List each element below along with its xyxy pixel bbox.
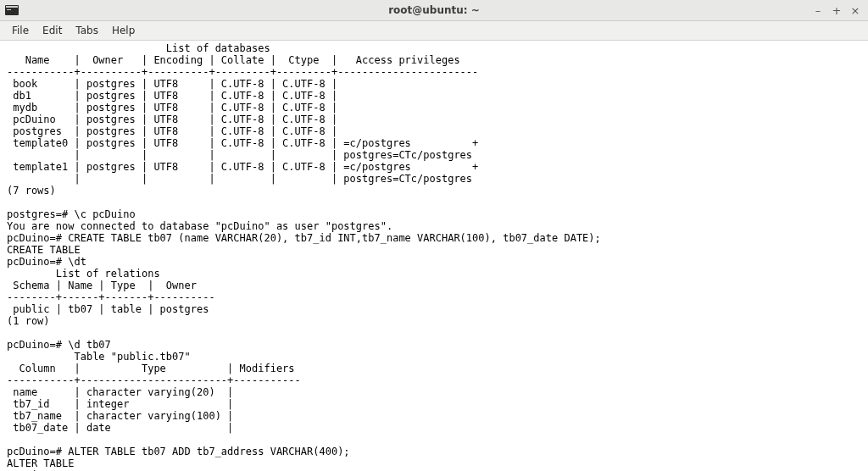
menu-help[interactable]: Help xyxy=(105,23,142,38)
svg-rect-2 xyxy=(7,9,11,10)
menu-edit[interactable]: Edit xyxy=(36,23,69,38)
db-rowcount: (7 rows) xyxy=(7,185,56,197)
db-row: pcDuino | postgres | UTF8 | C.UTF-8 | C.… xyxy=(7,114,343,125)
terminal-app-icon xyxy=(5,3,19,17)
terminal-window: root@ubuntu: ~ – + × File Edit Tabs Help… xyxy=(0,0,868,471)
terminal-output[interactable]: List of databases Name | Owner | Encodin… xyxy=(0,41,868,471)
desc-heading: Table "public.tb07" xyxy=(7,351,191,363)
rel-sep: --------+------+-------+---------- xyxy=(7,291,215,303)
psql-create-resp: CREATE TABLE xyxy=(7,244,81,256)
rel-header: Schema | Name | Type | Owner xyxy=(7,280,215,291)
window-controls: – + × xyxy=(812,4,868,17)
db-row: mydb | postgres | UTF8 | C.UTF-8 | C.UTF… xyxy=(7,102,343,114)
db-row: template1 | postgres | UTF8 | C.UTF-8 | … xyxy=(7,161,478,173)
db-row: | | | | | postgres=CTc/postgres xyxy=(7,149,472,161)
db-row: template0 | postgres | UTF8 | C.UTF-8 | … xyxy=(7,137,478,149)
menubar: File Edit Tabs Help xyxy=(0,21,868,41)
psql-cmd-describe: pcDuino=# \d tb07 xyxy=(7,339,111,351)
desc-row: tb07_date | date | xyxy=(7,422,240,434)
close-button[interactable]: × xyxy=(849,4,861,17)
titlebar: root@ubuntu: ~ – + × xyxy=(0,0,868,21)
window-title: root@ubuntu: ~ xyxy=(0,4,868,16)
svg-rect-1 xyxy=(6,6,18,8)
db-list-heading-text: List of databases xyxy=(166,42,270,54)
menu-tabs[interactable]: Tabs xyxy=(69,23,105,38)
menu-file[interactable]: File xyxy=(5,23,36,38)
psql-connect-msg: You are now connected to database "pcDui… xyxy=(7,220,392,232)
desc-row: tb7_name | character varying(100) | xyxy=(7,410,240,422)
db-row: postgres | postgres | UTF8 | C.UTF-8 | C… xyxy=(7,125,343,137)
minimize-button[interactable]: – xyxy=(812,4,824,17)
db-row: book | postgres | UTF8 | C.UTF-8 | C.UTF… xyxy=(7,78,343,90)
rel-rowcount: (1 row) xyxy=(7,315,50,327)
maximize-button[interactable]: + xyxy=(831,4,843,17)
db-list-header: Name | Owner | Encoding | Collate | Ctyp… xyxy=(7,54,478,66)
psql-cmd-connect: postgres=# \c pcDuino xyxy=(7,208,136,220)
db-row: | | | | | postgres=CTc/postgres xyxy=(7,173,472,185)
db-row: db1 | postgres | UTF8 | C.UTF-8 | C.UTF-… xyxy=(7,90,343,102)
db-list-sep: -----------+----------+----------+------… xyxy=(7,66,478,78)
desc-row: name | character varying(20) | xyxy=(7,386,240,398)
desc-row: tb7_id | integer | xyxy=(7,398,240,410)
rel-heading: List of relations xyxy=(7,268,160,280)
desc-header: Column | Type | Modifiers xyxy=(7,363,301,374)
psql-alter-resp: ALTER TABLE xyxy=(7,457,74,469)
db-list-heading xyxy=(7,42,166,54)
psql-cmd-alter: pcDuino=# ALTER TABLE tb07 ADD tb7_addre… xyxy=(7,446,350,457)
psql-cmd-create: pcDuino=# CREATE TABLE tb07 (name VARCHA… xyxy=(7,232,601,244)
desc-sep: -----------+------------------------+---… xyxy=(7,374,301,386)
psql-cmd-dt: pcDuino=# \dt xyxy=(7,256,86,268)
rel-row: public | tb07 | table | postgres xyxy=(7,303,209,315)
